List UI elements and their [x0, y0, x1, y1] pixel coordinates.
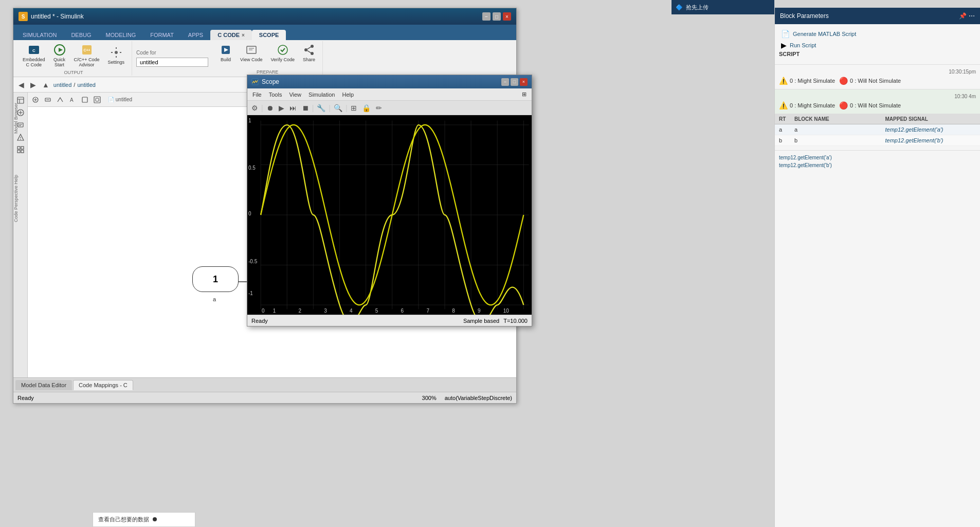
share-icon: [303, 44, 315, 56]
canvas-icon-5[interactable]: [79, 94, 90, 105]
ribbon-group-output: C Embedded C Code Quick Start C++ C/C++ …: [15, 41, 132, 76]
scope-menu-tools[interactable]: Tools: [266, 90, 285, 99]
close-button[interactable]: ×: [503, 12, 511, 21]
right-panel-pin-btn[interactable]: 📌: [959, 12, 967, 20]
up-button[interactable]: ▲: [40, 80, 51, 90]
maximize-button[interactable]: □: [493, 12, 501, 21]
upload-panel: 🔷 抢先上传: [672, 0, 774, 14]
tab-code-mappings[interactable]: Code Mappings - C: [73, 380, 133, 390]
tab-ccode[interactable]: C CODE ×: [210, 30, 252, 40]
title-buttons: − □ ×: [482, 12, 511, 21]
svg-rect-39: [82, 97, 87, 102]
canvas-icon-6[interactable]: [92, 94, 103, 105]
scope-stop-btn[interactable]: ⏹: [300, 103, 311, 113]
might-simulate-icon: ⚠️: [779, 77, 788, 85]
ribbon-group-output-items: C Embedded C Code Quick Start C++ C/C++ …: [20, 42, 128, 69]
verify-code-button[interactable]: Verify Code: [267, 42, 298, 64]
scope-menu-simulation[interactable]: Simulation: [305, 90, 338, 99]
tab-modeling[interactable]: MODELING: [99, 30, 143, 40]
embedded-ccode-icon: C: [28, 44, 40, 56]
right-panel-more-btn[interactable]: ⋯: [969, 12, 975, 20]
run-script-icon: ▶: [781, 41, 787, 49]
chat-cursor-icon: [153, 517, 157, 521]
scope-maximize-button[interactable]: □: [511, 78, 518, 86]
row-b-signal: temp12.getElement('b'): [885, 137, 976, 143]
forward-button[interactable]: ▶: [28, 80, 38, 90]
upload-logo-icon: 🔷: [676, 4, 683, 11]
scope-menu-expand[interactable]: ⊞: [519, 90, 530, 99]
will-not-simulate-item-2: 🔴 0 : Will Not Simulate: [839, 101, 901, 110]
generate-matlab-script-item[interactable]: 📄 Generate MATLAB Script: [779, 28, 976, 40]
svg-text:A: A: [70, 97, 74, 103]
canvas-icon-2[interactable]: [42, 94, 53, 105]
svg-point-12: [278, 45, 287, 54]
code-for-input[interactable]: [136, 58, 208, 67]
back-button[interactable]: ◀: [16, 80, 26, 90]
table-extra-section: temp12.getElement('a') temp12.getElement…: [775, 150, 980, 172]
settings-button[interactable]: Settings: [105, 45, 128, 66]
tab-format[interactable]: FORMAT: [143, 30, 181, 40]
table-row-b[interactable]: b b temp12.getElement('b'): [775, 135, 980, 146]
build-button[interactable]: Build: [216, 42, 235, 64]
scope-minimize-button[interactable]: −: [501, 78, 509, 86]
view-code-button[interactable]: View Code: [237, 42, 265, 64]
prepare-group-label: PREPARE: [257, 69, 278, 75]
scope-cursor-btn[interactable]: ✏: [374, 103, 384, 113]
cpp-advisor-button[interactable]: C++ C/C++ Code Advisor: [71, 42, 103, 69]
tab-model-data-editor[interactable]: Model Data Editor: [15, 380, 72, 390]
scope-play-btn[interactable]: ▶: [277, 103, 286, 113]
tab-debug[interactable]: DEBUG: [64, 30, 98, 40]
scope-run-btn[interactable]: ⏺: [264, 103, 276, 113]
svg-rect-32: [21, 150, 24, 153]
svg-rect-41: [96, 98, 99, 101]
share-button[interactable]: Share: [300, 42, 318, 64]
tab-apps[interactable]: APPS: [181, 30, 210, 40]
code-for-label: Code for: [136, 50, 208, 56]
svg-line-16: [307, 47, 311, 49]
scope-menu-view[interactable]: View: [286, 90, 304, 99]
col-block-header: BLOCK NAME: [794, 116, 885, 122]
settings-icon: [110, 46, 122, 59]
ribbon: C Embedded C Code Quick Start C++ C/C++ …: [13, 40, 516, 77]
warning-items: ⚠️ 0 : Might Simulate 🔴 0 : Will Not Sim…: [779, 77, 976, 85]
scope-menu-file[interactable]: File: [249, 90, 265, 99]
scope-param-btn[interactable]: 🔧: [315, 103, 328, 113]
row-b-rt: b: [779, 137, 794, 143]
window-title: untitled * - Simulink: [31, 13, 84, 20]
quick-start-button[interactable]: Quick Start: [50, 42, 69, 69]
scope-close-button[interactable]: ×: [520, 78, 528, 86]
might-simulate-item: ⚠️ 0 : Might Simulate: [779, 77, 835, 85]
scope-settings-btn[interactable]: ⚙: [249, 103, 260, 113]
right-panel-header: Block Parameters 📌 ⋯: [775, 8, 980, 24]
tab-ccode-close[interactable]: ×: [242, 32, 245, 38]
status-bar: Ready 300% auto(VariableStepDiscrete): [13, 392, 516, 403]
title-bar: S untitled * - Simulink − □ ×: [13, 8, 516, 25]
breadcrumb-child[interactable]: untitled: [77, 82, 95, 88]
run-script-item[interactable]: ▶ Run Script: [779, 40, 976, 51]
scope-lock-btn[interactable]: 🔒: [360, 103, 373, 113]
build-icon: [220, 44, 232, 56]
block-constant-1[interactable]: 1: [192, 266, 239, 292]
tab-simulation[interactable]: SIMULATION: [15, 30, 64, 40]
minimize-button[interactable]: −: [482, 12, 491, 21]
tab-scope[interactable]: SCOPE: [252, 30, 286, 40]
scope-zoom-in-btn[interactable]: 🔍: [332, 103, 344, 113]
scope-toolbar: ⚙ | ⏺ ▶ ⏭ ⏹ | 🔧 | 🔍 | ⊞ 🔒 ✏: [247, 101, 532, 115]
scope-fit-btn[interactable]: ⊞: [349, 103, 359, 113]
breadcrumb-root[interactable]: untitled: [53, 82, 71, 88]
might-simulate-item-2: ⚠️ 0 : Might Simulate: [779, 101, 835, 110]
right-panel: Block Parameters 📌 ⋯ 📄 Generate MATLAB S…: [774, 8, 980, 527]
canvas-icon-3[interactable]: [55, 94, 66, 105]
col-rt-header: RT: [779, 116, 794, 122]
canvas-icon-4[interactable]: A: [67, 94, 78, 105]
scope-title-buttons: − □ ×: [501, 78, 528, 86]
embedded-ccode-button[interactable]: C Embedded C Code: [20, 42, 48, 69]
warning-items-2: ⚠️ 0 : Might Simulate 🔴 0 : Will Not Sim…: [779, 101, 976, 110]
sidebar-icon-5[interactable]: [15, 144, 26, 155]
scope-step-btn[interactable]: ⏭: [287, 103, 299, 113]
scope-menu-help[interactable]: Help: [339, 90, 357, 99]
table-row-a[interactable]: a a temp12.getElement('a'): [775, 124, 980, 135]
verify-code-icon: [277, 44, 289, 56]
canvas-icon-1[interactable]: [30, 94, 41, 105]
right-panel-controls: 📌 ⋯: [959, 12, 975, 20]
